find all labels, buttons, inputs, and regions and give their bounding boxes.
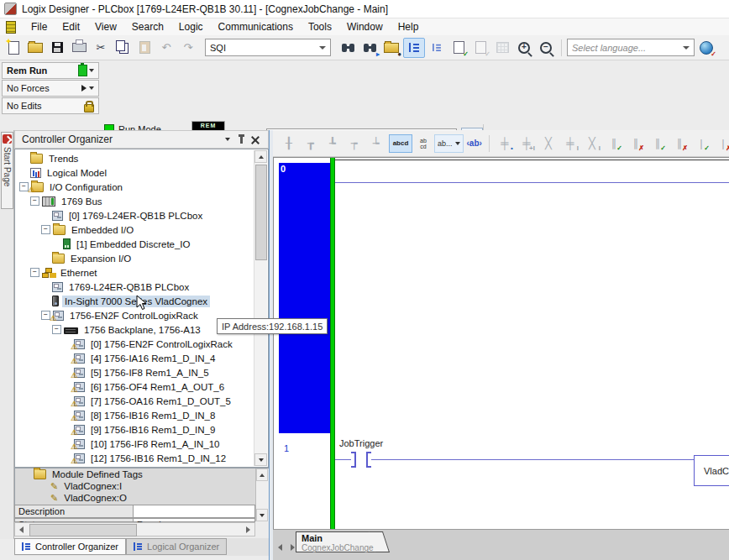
toggle-branch-icon[interactable]: ╂	[280, 135, 298, 152]
undo-button[interactable]: ↶	[156, 39, 176, 57]
scroll-left-button[interactable]	[15, 523, 28, 536]
rung-number[interactable]: 1	[284, 443, 289, 453]
tag-item-vladcognex-o[interactable]: ✎VladCognex:O	[15, 492, 268, 504]
zoom-in-button[interactable]: +	[514, 39, 534, 57]
organizer-tab-logical-organizer[interactable]: Logical Organizer	[126, 538, 227, 555]
tree-item-in-sight-7000-series-vladcogne[interactable]: In-Sight 7000 Series VladCognex	[16, 294, 254, 308]
tree-item-6-1756-of4-rem1-a-out-6[interactable]: ⚠[6] 1756-OF4 Rem1_A_OUT_6	[16, 379, 254, 394]
toggle-tag-name-button[interactable]: ab cd	[416, 138, 431, 149]
insert-rung-above-icon[interactable]: ┮	[345, 135, 364, 152]
organizer-tab-controller-organizer[interactable]: Controller Organizer	[14, 538, 126, 555]
browse-search-button[interactable]: ●	[381, 39, 401, 57]
scrollbar-thumb[interactable]	[29, 524, 137, 536]
verify-rung-icon[interactable]: ∥✓	[606, 135, 622, 152]
xic-contact[interactable]	[351, 452, 371, 468]
selected-rung-block[interactable]	[279, 163, 330, 433]
insert-rung-below-icon[interactable]: ┶	[367, 135, 385, 152]
tree-item-4-1756-ia16-rem1-d-in-4[interactable]: ⚠[4] 1756-IA16 Rem1_D_IN_4	[16, 351, 254, 365]
scrollbar-thumb[interactable]	[255, 165, 267, 260]
toggle-operand-button[interactable]: ‹ab›	[467, 139, 482, 148]
branch-level-down-icon[interactable]: ┺	[323, 135, 342, 152]
logical-organizer-toggle-button[interactable]	[427, 39, 447, 57]
scroll-right-button[interactable]	[242, 523, 254, 536]
start-page-tab[interactable]: Start Page	[1, 132, 13, 209]
verify-controller-button[interactable]: ✓	[470, 39, 490, 57]
cut-button[interactable]: ✂	[91, 39, 111, 57]
controller-organizer-toggle-button[interactable]	[403, 38, 425, 58]
cancel-all-edits-icon[interactable]: ∥✗	[671, 135, 688, 152]
tree-item-expansion-i-o[interactable]: Expansion I/O	[16, 251, 254, 265]
tree-item-i-o-configuration[interactable]: −⚠I/O Configuration	[16, 180, 254, 194]
open-button[interactable]	[25, 39, 45, 57]
controller-mode-box[interactable]: Rem Run	[2, 62, 99, 79]
scroll-up-button[interactable]	[254, 150, 267, 163]
insert-instruction-icon[interactable]: ╪+I	[518, 135, 535, 152]
menu-item-edit[interactable]: Edit	[55, 19, 87, 34]
auto-hide-button[interactable]	[234, 133, 248, 146]
tab-scroll-left-button[interactable]	[275, 542, 285, 552]
compare-button[interactable]	[492, 39, 512, 57]
tree-expander[interactable]: −	[52, 325, 61, 334]
contact-tag-label[interactable]: JobTrigger	[339, 438, 383, 448]
routine-tab-main[interactable]: Main CognexJobChange	[296, 531, 380, 552]
cancel-pending-edits-icon[interactable]: |✗	[715, 135, 729, 152]
verify-all-edits-icon[interactable]: ∥✓	[649, 135, 666, 152]
tree-item-embedded-i-o[interactable]: −Embedded I/O	[16, 222, 254, 237]
print-button[interactable]	[69, 39, 89, 57]
scroll-down-button[interactable]	[254, 453, 267, 466]
menu-item-search[interactable]: Search	[124, 19, 171, 34]
toggle-tag-description-button[interactable]: abcd	[389, 134, 412, 153]
edits-box[interactable]: No Edits	[2, 97, 99, 114]
tree-item-8-1756-ib16-rem1-d-in-8[interactable]: ⚠[8] 1756-IB16 Rem1_D_IN_8	[16, 408, 254, 422]
edit-marker-icon[interactable]: ╪•	[496, 135, 513, 152]
tree-item-logical-model[interactable]: Logical Model	[16, 165, 254, 180]
document-menu-icon[interactable]	[6, 21, 16, 34]
menu-item-help[interactable]: Help	[391, 19, 427, 34]
find-next-button[interactable]: ▸	[359, 39, 380, 57]
sqi-combobox[interactable]: SQI	[205, 39, 331, 56]
rung-wire[interactable]	[335, 459, 695, 460]
tree-item-0-1756-en2f-controllogixrack[interactable]: ⚠[0] 1756-EN2F ControlLogixRack	[16, 337, 254, 351]
tree-item-trends[interactable]: Trends	[16, 151, 254, 165]
tags-folder-row[interactable]: Module Defined Tags	[15, 468, 268, 480]
cancel-rung-edit-icon[interactable]: ∥✗	[627, 135, 644, 152]
branch-level-up-icon[interactable]: ┲	[302, 135, 320, 152]
save-button[interactable]	[47, 39, 67, 57]
scroll-down-button[interactable]	[256, 509, 268, 521]
forces-box[interactable]: No Forces	[2, 80, 99, 97]
menu-item-file[interactable]: File	[24, 19, 55, 34]
menu-item-communications[interactable]: Communications	[211, 19, 301, 34]
delete-rung-icon[interactable]: ╳I	[584, 135, 601, 152]
zoom-out-button[interactable]: −	[536, 39, 556, 57]
scroll-up-button[interactable]	[256, 468, 268, 481]
tree-expander[interactable]: −	[30, 268, 39, 277]
tree-item-1769-l24er-qb1b-plcbox[interactable]: 1769-L24ER-QB1B PLCbox	[16, 280, 254, 294]
window-position-button[interactable]	[221, 133, 234, 146]
tree-item-1769-bus[interactable]: −1769 Bus	[16, 194, 254, 208]
tags-scrollbar[interactable]	[255, 468, 269, 521]
ladder-view[interactable]: 0 1 JobTrigger VladCo	[273, 157, 729, 529]
close-panel-button[interactable]	[248, 133, 261, 146]
menu-item-logic[interactable]: Logic	[171, 19, 211, 34]
edit-rung-icon[interactable]: ╪I	[562, 135, 579, 152]
tree-expander[interactable]: −	[41, 225, 50, 234]
find-button[interactable]	[338, 39, 358, 57]
tree-item-ethernet[interactable]: −Ethernet	[16, 265, 254, 280]
tag-item-vladcognex-i[interactable]: ✎VladCognex:I	[15, 480, 268, 492]
tree-item-1-embedded-discrete-io[interactable]: [1] Embedded Discrete_IO	[16, 237, 254, 251]
new-button[interactable]	[3, 39, 24, 57]
accept-pending-edits-icon[interactable]: |✓	[693, 135, 710, 152]
copy-button[interactable]	[113, 39, 133, 57]
verify-routine-button[interactable]: ✓	[448, 39, 469, 57]
language-combobox[interactable]: Select language...	[567, 39, 695, 56]
menu-item-tools[interactable]: Tools	[301, 19, 339, 34]
tree-item-5-1756-if8-rem1-a-in-5[interactable]: ⚠[5] 1756-IF8 Rem1_A_IN_5	[16, 365, 254, 379]
instruction-box[interactable]: VladCo	[694, 455, 729, 486]
redo-button[interactable]: ↷	[178, 39, 198, 57]
tree-scrollbar[interactable]	[254, 150, 267, 466]
menu-item-view[interactable]: View	[87, 19, 124, 34]
tree-item-7-1756-oa16-rem1-d-out-5[interactable]: ⚠[7] 1756-OA16 Rem1_D_OUT_5	[16, 394, 254, 408]
tree-item-12-1756-ib16-rem1-d-in-12[interactable]: ⚠[12] 1756-IB16 Rem1_D_IN_12	[16, 451, 254, 465]
menu-item-window[interactable]: Window	[339, 19, 391, 34]
horizontal-scrollbar[interactable]	[14, 522, 255, 536]
